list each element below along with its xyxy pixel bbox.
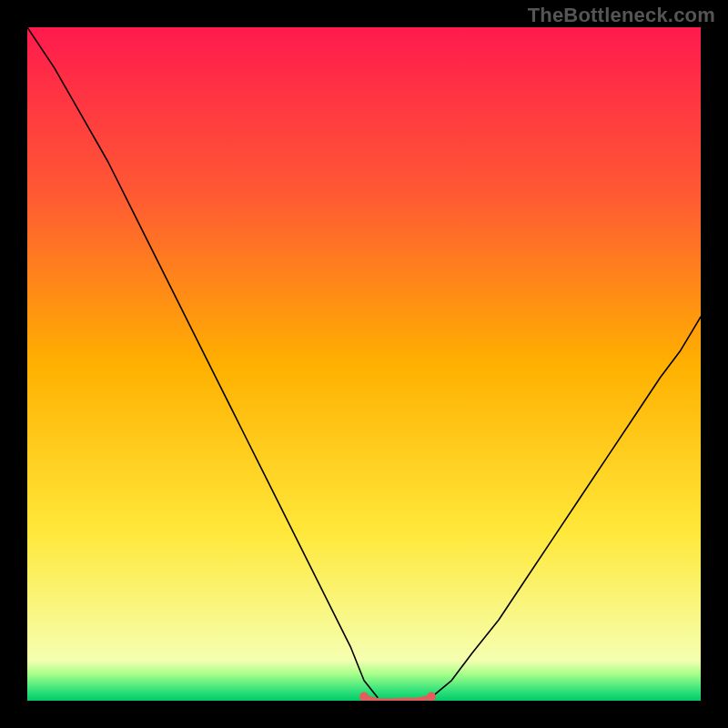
watermark-label: TheBottleneck.com — [528, 4, 715, 27]
gradient-background — [27, 27, 701, 701]
chart-frame: TheBottleneck.com — [0, 0, 728, 728]
plot-area — [27, 27, 701, 701]
chart-svg — [27, 27, 701, 701]
